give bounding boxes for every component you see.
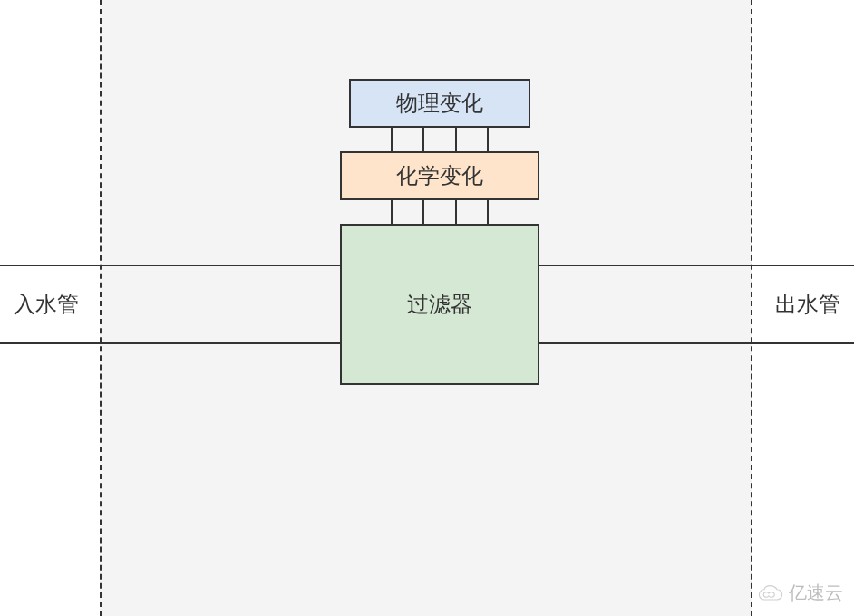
connector-tick: [422, 128, 424, 151]
connector-tick: [455, 200, 457, 224]
connector-tick: [391, 128, 393, 151]
connector-ticks-chemical-filter: [361, 200, 519, 224]
connector-tick: [487, 128, 489, 151]
connector-ticks-physical-chemical: [361, 128, 519, 151]
filter-box-label: 过滤器: [407, 290, 472, 319]
connector-tick: [422, 200, 424, 224]
input-pipe: 入水管: [0, 265, 345, 344]
filter-box: 过滤器: [340, 224, 539, 385]
connector-tick: [391, 200, 393, 224]
cloud-icon: [758, 584, 783, 602]
chemical-change-label: 化学变化: [396, 161, 483, 190]
connector-tick: [487, 200, 489, 224]
watermark: 亿速云: [758, 581, 843, 605]
physical-change-label: 物理变化: [396, 89, 483, 118]
physical-change-box: 物理变化: [349, 79, 530, 128]
watermark-text: 亿速云: [789, 581, 843, 605]
connector-tick: [455, 128, 457, 151]
input-pipe-label: 入水管: [14, 290, 79, 319]
output-pipe-label: 出水管: [775, 290, 840, 319]
output-pipe: 出水管: [508, 265, 854, 344]
chemical-change-box: 化学变化: [340, 151, 539, 200]
